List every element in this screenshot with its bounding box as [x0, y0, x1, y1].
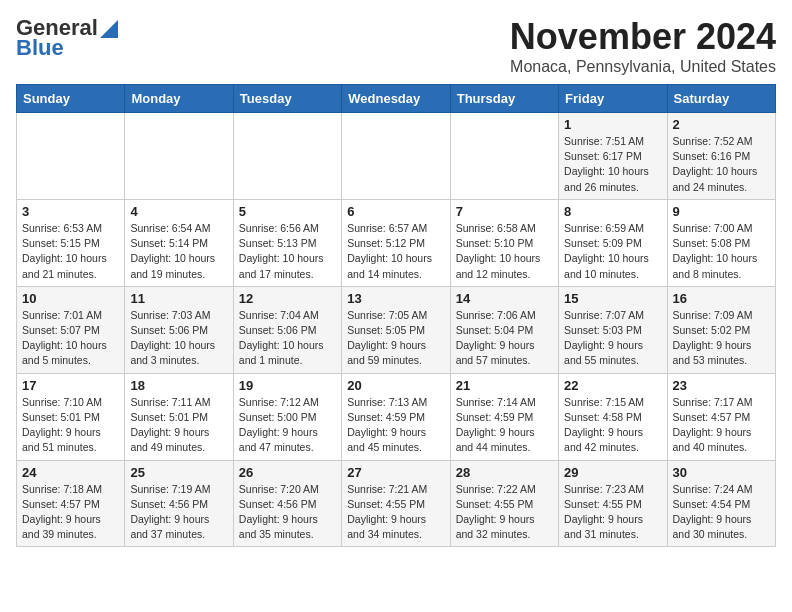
calendar-cell: 8Sunrise: 6:59 AM Sunset: 5:09 PM Daylig… — [559, 199, 667, 286]
day-number: 14 — [456, 291, 553, 306]
day-info: Sunrise: 7:24 AM Sunset: 4:54 PM Dayligh… — [673, 482, 770, 543]
calendar-cell: 26Sunrise: 7:20 AM Sunset: 4:56 PM Dayli… — [233, 460, 341, 547]
calendar-week-row: 1Sunrise: 7:51 AM Sunset: 6:17 PM Daylig… — [17, 113, 776, 200]
calendar-week-row: 10Sunrise: 7:01 AM Sunset: 5:07 PM Dayli… — [17, 286, 776, 373]
calendar-cell — [233, 113, 341, 200]
day-info: Sunrise: 6:56 AM Sunset: 5:13 PM Dayligh… — [239, 221, 336, 282]
day-info: Sunrise: 6:54 AM Sunset: 5:14 PM Dayligh… — [130, 221, 227, 282]
calendar-cell: 14Sunrise: 7:06 AM Sunset: 5:04 PM Dayli… — [450, 286, 558, 373]
calendar-cell: 25Sunrise: 7:19 AM Sunset: 4:56 PM Dayli… — [125, 460, 233, 547]
day-info: Sunrise: 7:04 AM Sunset: 5:06 PM Dayligh… — [239, 308, 336, 369]
day-info: Sunrise: 7:09 AM Sunset: 5:02 PM Dayligh… — [673, 308, 770, 369]
day-info: Sunrise: 7:06 AM Sunset: 5:04 PM Dayligh… — [456, 308, 553, 369]
day-number: 11 — [130, 291, 227, 306]
day-number: 13 — [347, 291, 444, 306]
calendar-cell: 5Sunrise: 6:56 AM Sunset: 5:13 PM Daylig… — [233, 199, 341, 286]
calendar-cell: 23Sunrise: 7:17 AM Sunset: 4:57 PM Dayli… — [667, 373, 775, 460]
calendar-cell: 24Sunrise: 7:18 AM Sunset: 4:57 PM Dayli… — [17, 460, 125, 547]
calendar-cell: 13Sunrise: 7:05 AM Sunset: 5:05 PM Dayli… — [342, 286, 450, 373]
day-info: Sunrise: 7:52 AM Sunset: 6:16 PM Dayligh… — [673, 134, 770, 195]
day-number: 25 — [130, 465, 227, 480]
calendar-cell: 12Sunrise: 7:04 AM Sunset: 5:06 PM Dayli… — [233, 286, 341, 373]
day-number: 15 — [564, 291, 661, 306]
day-number: 18 — [130, 378, 227, 393]
day-info: Sunrise: 7:00 AM Sunset: 5:08 PM Dayligh… — [673, 221, 770, 282]
day-number: 5 — [239, 204, 336, 219]
day-info: Sunrise: 7:19 AM Sunset: 4:56 PM Dayligh… — [130, 482, 227, 543]
calendar-cell: 7Sunrise: 6:58 AM Sunset: 5:10 PM Daylig… — [450, 199, 558, 286]
svg-marker-0 — [100, 20, 118, 38]
calendar-cell: 16Sunrise: 7:09 AM Sunset: 5:02 PM Dayli… — [667, 286, 775, 373]
calendar-cell — [125, 113, 233, 200]
title-area: November 2024 Monaca, Pennsylvania, Unit… — [510, 16, 776, 76]
weekday-header-friday: Friday — [559, 85, 667, 113]
day-info: Sunrise: 6:59 AM Sunset: 5:09 PM Dayligh… — [564, 221, 661, 282]
day-info: Sunrise: 7:05 AM Sunset: 5:05 PM Dayligh… — [347, 308, 444, 369]
day-info: Sunrise: 7:13 AM Sunset: 4:59 PM Dayligh… — [347, 395, 444, 456]
day-number: 16 — [673, 291, 770, 306]
weekday-header-thursday: Thursday — [450, 85, 558, 113]
weekday-header-saturday: Saturday — [667, 85, 775, 113]
day-info: Sunrise: 7:10 AM Sunset: 5:01 PM Dayligh… — [22, 395, 119, 456]
day-number: 24 — [22, 465, 119, 480]
calendar-cell: 3Sunrise: 6:53 AM Sunset: 5:15 PM Daylig… — [17, 199, 125, 286]
location-title: Monaca, Pennsylvania, United States — [510, 58, 776, 76]
day-info: Sunrise: 7:11 AM Sunset: 5:01 PM Dayligh… — [130, 395, 227, 456]
calendar-cell: 11Sunrise: 7:03 AM Sunset: 5:06 PM Dayli… — [125, 286, 233, 373]
day-number: 12 — [239, 291, 336, 306]
day-info: Sunrise: 7:21 AM Sunset: 4:55 PM Dayligh… — [347, 482, 444, 543]
calendar-cell: 29Sunrise: 7:23 AM Sunset: 4:55 PM Dayli… — [559, 460, 667, 547]
day-info: Sunrise: 7:15 AM Sunset: 4:58 PM Dayligh… — [564, 395, 661, 456]
calendar-cell — [342, 113, 450, 200]
header: General Blue November 2024 Monaca, Penns… — [16, 16, 776, 76]
day-info: Sunrise: 7:23 AM Sunset: 4:55 PM Dayligh… — [564, 482, 661, 543]
day-number: 23 — [673, 378, 770, 393]
day-number: 27 — [347, 465, 444, 480]
calendar-cell: 30Sunrise: 7:24 AM Sunset: 4:54 PM Dayli… — [667, 460, 775, 547]
weekday-header-wednesday: Wednesday — [342, 85, 450, 113]
calendar-cell: 27Sunrise: 7:21 AM Sunset: 4:55 PM Dayli… — [342, 460, 450, 547]
day-info: Sunrise: 7:01 AM Sunset: 5:07 PM Dayligh… — [22, 308, 119, 369]
weekday-header-sunday: Sunday — [17, 85, 125, 113]
day-number: 19 — [239, 378, 336, 393]
day-number: 22 — [564, 378, 661, 393]
day-info: Sunrise: 7:17 AM Sunset: 4:57 PM Dayligh… — [673, 395, 770, 456]
logo-arrow-icon — [100, 20, 118, 38]
calendar-cell: 20Sunrise: 7:13 AM Sunset: 4:59 PM Dayli… — [342, 373, 450, 460]
day-info: Sunrise: 7:03 AM Sunset: 5:06 PM Dayligh… — [130, 308, 227, 369]
calendar-cell: 1Sunrise: 7:51 AM Sunset: 6:17 PM Daylig… — [559, 113, 667, 200]
calendar-cell: 28Sunrise: 7:22 AM Sunset: 4:55 PM Dayli… — [450, 460, 558, 547]
day-number: 6 — [347, 204, 444, 219]
month-title: November 2024 — [510, 16, 776, 58]
day-number: 2 — [673, 117, 770, 132]
calendar-cell: 21Sunrise: 7:14 AM Sunset: 4:59 PM Dayli… — [450, 373, 558, 460]
day-info: Sunrise: 7:12 AM Sunset: 5:00 PM Dayligh… — [239, 395, 336, 456]
day-number: 28 — [456, 465, 553, 480]
weekday-header-monday: Monday — [125, 85, 233, 113]
calendar-cell: 15Sunrise: 7:07 AM Sunset: 5:03 PM Dayli… — [559, 286, 667, 373]
weekday-header-tuesday: Tuesday — [233, 85, 341, 113]
day-number: 26 — [239, 465, 336, 480]
calendar-cell: 6Sunrise: 6:57 AM Sunset: 5:12 PM Daylig… — [342, 199, 450, 286]
day-number: 17 — [22, 378, 119, 393]
logo: General Blue — [16, 16, 118, 60]
day-info: Sunrise: 7:22 AM Sunset: 4:55 PM Dayligh… — [456, 482, 553, 543]
calendar-week-row: 3Sunrise: 6:53 AM Sunset: 5:15 PM Daylig… — [17, 199, 776, 286]
weekday-header-row: SundayMondayTuesdayWednesdayThursdayFrid… — [17, 85, 776, 113]
calendar-table: SundayMondayTuesdayWednesdayThursdayFrid… — [16, 84, 776, 547]
day-info: Sunrise: 6:53 AM Sunset: 5:15 PM Dayligh… — [22, 221, 119, 282]
day-number: 20 — [347, 378, 444, 393]
calendar-week-row: 17Sunrise: 7:10 AM Sunset: 5:01 PM Dayli… — [17, 373, 776, 460]
day-number: 10 — [22, 291, 119, 306]
day-number: 29 — [564, 465, 661, 480]
day-number: 7 — [456, 204, 553, 219]
day-number: 1 — [564, 117, 661, 132]
day-info: Sunrise: 7:18 AM Sunset: 4:57 PM Dayligh… — [22, 482, 119, 543]
calendar-cell: 10Sunrise: 7:01 AM Sunset: 5:07 PM Dayli… — [17, 286, 125, 373]
day-info: Sunrise: 7:20 AM Sunset: 4:56 PM Dayligh… — [239, 482, 336, 543]
calendar-week-row: 24Sunrise: 7:18 AM Sunset: 4:57 PM Dayli… — [17, 460, 776, 547]
calendar-cell: 9Sunrise: 7:00 AM Sunset: 5:08 PM Daylig… — [667, 199, 775, 286]
day-number: 4 — [130, 204, 227, 219]
calendar-cell: 19Sunrise: 7:12 AM Sunset: 5:00 PM Dayli… — [233, 373, 341, 460]
day-info: Sunrise: 7:07 AM Sunset: 5:03 PM Dayligh… — [564, 308, 661, 369]
